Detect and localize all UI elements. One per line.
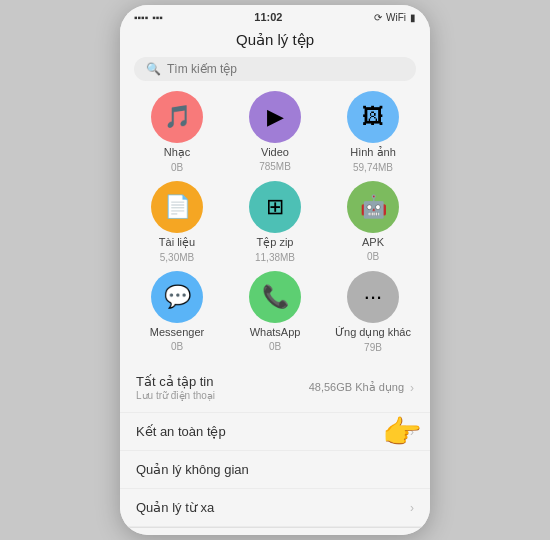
phone-frame: ▪▪▪▪ ▪▪▪ 11:02 ⟳ WiFi ▮ Quản lý tệp 🔍 🎵N… [120,5,430,535]
menu-right-tatca: 48,56GB Khả dụng› [309,381,414,395]
chevron-icon-quanlytuxa: › [410,501,414,515]
app-item-nhac[interactable]: 🎵Nhạc0B [130,91,224,173]
menu-title-ketan: Kết an toàn tệp [136,424,226,439]
chevron-icon-tatca: › [410,381,414,395]
app-size-apk: 0B [367,251,379,262]
app-label-whatsapp: WhatsApp [250,326,301,338]
signal2-icon: ▪▪▪ [152,12,163,23]
app-label-apk: APK [362,236,384,248]
menu-item-quanlytuxa[interactable]: Quản lý từ xa› [120,489,430,527]
search-bar[interactable]: 🔍 [134,57,416,81]
app-icon-ungdung: ··· [347,271,399,323]
chevron-icon-ketan: › [410,425,414,439]
app-item-tepzip[interactable]: ⊞Tệp zip11,38MB [228,181,322,263]
menu-item-ketan[interactable]: Kết an toàn tệp›👉 [120,413,430,451]
menu-right-ketan: › [410,425,414,439]
app-item-messenger[interactable]: 💬Messenger0B [130,271,224,353]
app-icon-nhac: 🎵 [151,91,203,143]
app-size-ungdung: 79B [364,342,382,353]
search-icon: 🔍 [146,62,161,76]
menu-title-quanlykhonggian: Quản lý không gian [136,462,249,477]
menu-right-quanlytuxa: › [410,501,414,515]
menu-sub-tatca: Lưu trữ điện thoại [136,390,215,401]
app-size-nhac: 0B [171,162,183,173]
menu-section: Tất cả tập tinLưu trữ điện thoại48,56GB … [120,363,430,527]
app-icon-messenger: 💬 [151,271,203,323]
app-size-tepzip: 11,38MB [255,252,295,263]
status-icons: ⟳ WiFi ▮ [374,12,416,23]
menu-item-tatca[interactable]: Tất cả tập tinLưu trữ điện thoại48,56GB … [120,363,430,413]
app-item-hinh[interactable]: 🖼Hình ảnh59,74MB [326,91,420,173]
battery-icon: ▮ [410,12,416,23]
wifi-icon: WiFi [386,12,406,23]
app-item-whatsapp[interactable]: 📞WhatsApp0B [228,271,322,353]
app-item-tailieu[interactable]: 📄Tài liệu5,30MB [130,181,224,263]
menu-title-quanlytuxa: Quản lý từ xa [136,500,214,515]
app-icon-video: ▶ [249,91,301,143]
app-icon-whatsapp: 📞 [249,271,301,323]
app-icon-tailieu: 📄 [151,181,203,233]
app-size-hinh: 59,74MB [353,162,393,173]
app-size-messenger: 0B [171,341,183,352]
app-icon-hinh: 🖼 [347,91,399,143]
app-size-video: 785MB [259,161,291,172]
menu-item-quanlykhonggian[interactable]: Quản lý không gian [120,451,430,489]
app-icon-tepzip: ⊞ [249,181,301,233]
app-label-tailieu: Tài liệu [159,236,195,249]
app-label-nhac: Nhạc [164,146,191,159]
signal-icon: ▪▪▪▪ [134,12,148,23]
app-label-ungdung: Ứng dụng khác [335,326,411,339]
app-item-video[interactable]: ▶Video785MB [228,91,322,173]
menu-right-text-tatca: 48,56GB Khả dụng [309,381,404,394]
menu-title-tatca: Tất cả tập tin [136,374,215,389]
app-item-ungdung[interactable]: ···Ứng dụng khác79B [326,271,420,353]
app-icon-apk: 🤖 [347,181,399,233]
app-label-video: Video [261,146,289,158]
app-label-hinh: Hình ảnh [350,146,396,159]
app-label-messenger: Messenger [150,326,204,338]
app-grid: 🎵Nhạc0B▶Video785MB🖼Hình ảnh59,74MB📄Tài l… [120,91,430,363]
app-label-tepzip: Tệp zip [257,236,294,249]
page-title: Quản lý tệp [120,27,430,57]
rotate-icon: ⟳ [374,12,382,23]
app-item-apk[interactable]: 🤖APK0B [326,181,420,263]
time-display: 11:02 [254,11,282,23]
hand-pointer-icon: 👉 [382,413,422,451]
app-size-whatsapp: 0B [269,341,281,352]
app-size-tailieu: 5,30MB [160,252,194,263]
bottom-nav: ← ⌂ ≡ [120,527,430,535]
status-bar: ▪▪▪▪ ▪▪▪ 11:02 ⟳ WiFi ▮ [120,5,430,27]
search-input[interactable] [167,62,404,76]
